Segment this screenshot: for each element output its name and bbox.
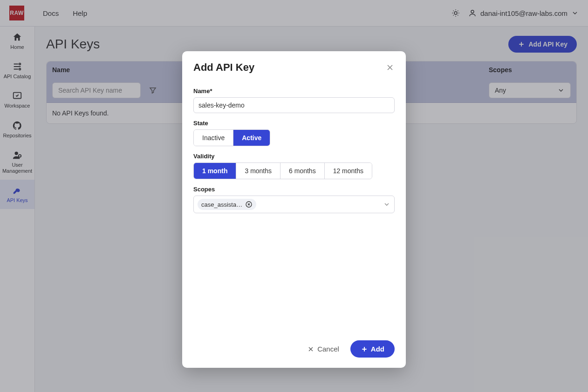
state-segmented: Inactive Active: [193, 129, 270, 146]
add-label: Add: [371, 345, 384, 353]
close-icon: [307, 345, 315, 353]
add-api-key-modal: Add API Key Name* State Inactive Active …: [182, 51, 406, 368]
cancel-button[interactable]: Cancel: [302, 340, 344, 358]
modal-close-button[interactable]: [385, 63, 395, 72]
state-inactive-button[interactable]: Inactive: [194, 130, 233, 146]
validity-1month-button[interactable]: 1 month: [194, 163, 236, 179]
validity-6months-button[interactable]: 6 months: [280, 163, 325, 179]
validity-12months-button[interactable]: 12 months: [325, 163, 372, 179]
state-label: State: [193, 120, 395, 127]
cancel-label: Cancel: [317, 345, 339, 353]
scopes-label: Scopes: [193, 186, 395, 193]
chevron-down-icon: [383, 201, 390, 208]
name-input[interactable]: [193, 97, 395, 113]
add-button[interactable]: Add: [350, 340, 395, 358]
close-icon: [385, 63, 395, 72]
close-circle-icon: [245, 201, 253, 208]
validity-segmented: 1 month 3 months 6 months 12 months: [193, 162, 372, 179]
scope-chip: case_assista…: [198, 199, 256, 210]
plus-icon: [361, 345, 368, 353]
modal-overlay[interactable]: Add API Key Name* State Inactive Active …: [0, 0, 588, 392]
validity-label: Validity: [193, 153, 395, 160]
scope-chip-remove[interactable]: [245, 201, 253, 208]
validity-3months-button[interactable]: 3 months: [236, 163, 280, 179]
name-label: Name*: [193, 88, 395, 95]
scope-chip-text: case_assista…: [201, 201, 242, 208]
state-active-button[interactable]: Active: [233, 130, 270, 146]
scopes-select[interactable]: case_assista…: [193, 196, 395, 213]
modal-title: Add API Key: [193, 61, 254, 74]
